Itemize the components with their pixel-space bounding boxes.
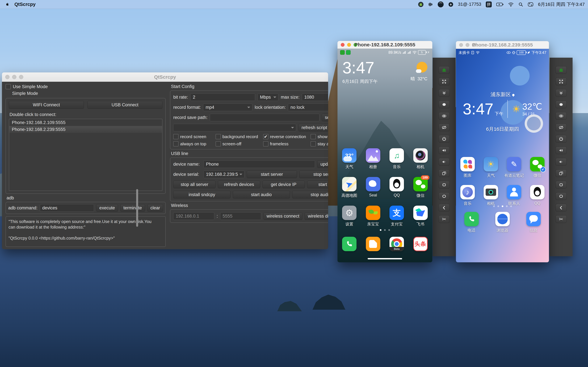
app-switch-button[interactable] xyxy=(439,169,450,177)
app-wechat[interactable]: ✔微信 xyxy=(527,157,547,178)
device-serial-select[interactable]: 192.168.2.239:5 xyxy=(203,171,244,178)
wifi-icon[interactable] xyxy=(508,2,514,7)
swirl-menu-icon[interactable]: ⌒ xyxy=(438,1,444,7)
phone-dock-icon[interactable] xyxy=(342,237,356,251)
phone1-titlebar[interactable]: Phone-192.168.2.109:5555 xyxy=(337,41,432,49)
qq-app-icon[interactable] xyxy=(530,185,545,199)
minimize-button[interactable] xyxy=(347,43,351,47)
stay-awake-checkbox[interactable] xyxy=(311,141,316,146)
app-music[interactable]: ♪音乐 xyxy=(458,185,477,206)
power-button[interactable] xyxy=(439,135,450,143)
volume-down-button[interactable] xyxy=(555,158,567,166)
screen-on-button[interactable] xyxy=(439,112,450,120)
wireless-port-input[interactable]: 5555 xyxy=(220,212,261,220)
browser-dock-icon[interactable] xyxy=(495,212,510,226)
menubar-clock[interactable]: 6月16日 周四 下午3:47 xyxy=(538,1,585,8)
full-screen-button[interactable] xyxy=(555,78,567,85)
app-alipay[interactable]: 支支付宝 xyxy=(387,206,406,227)
lock-orientation-select[interactable]: no lock xyxy=(288,104,328,111)
install-sndcpy-button[interactable]: install sndcpy xyxy=(173,191,230,198)
seal-app-icon[interactable] xyxy=(366,177,380,191)
wireless-disconnect-button[interactable]: wireless disconnect xyxy=(305,212,328,220)
chrome-beta-dock-icon[interactable]: Beta xyxy=(389,237,404,251)
stop-all-server-button[interactable]: stop all server xyxy=(173,181,216,188)
home-button[interactable] xyxy=(439,192,450,200)
app-amap[interactable]: ➤高德地图 xyxy=(339,177,359,198)
app-camera[interactable]: 相机 xyxy=(481,185,501,206)
qinbaobao-app-icon[interactable] xyxy=(366,206,380,220)
app-camera[interactable]: 相机 xyxy=(411,148,430,169)
volume-down-button[interactable] xyxy=(439,158,450,166)
close-button[interactable] xyxy=(5,75,9,79)
app-seal[interactable]: Seal xyxy=(363,177,383,198)
app-qq[interactable]: QQ xyxy=(387,177,406,198)
expand-notification-button[interactable] xyxy=(555,89,567,97)
stop-audio-button[interactable]: stop audio xyxy=(292,191,328,198)
app-music[interactable]: ♫音乐 xyxy=(387,148,406,169)
update-name-button[interactable]: update name xyxy=(317,160,328,168)
get-device-ip-button[interactable]: get device IP xyxy=(262,181,305,188)
device-list-item[interactable]: Phone-192.168.2.239:5555 xyxy=(9,126,162,133)
screen-off-button[interactable] xyxy=(555,124,567,131)
zoom-button[interactable] xyxy=(354,43,357,47)
floating-ball[interactable] xyxy=(525,114,543,133)
volume-up-button[interactable] xyxy=(439,146,450,154)
app-wechat[interactable]: 189微信 xyxy=(411,177,430,198)
app-qq[interactable]: QQ xyxy=(527,185,547,206)
toutiao-dock-icon[interactable]: 头条 xyxy=(413,237,428,251)
background-record-checkbox[interactable] xyxy=(216,134,221,139)
touch-screenshot-button[interactable] xyxy=(555,100,567,108)
stop-server-button[interactable]: stop server xyxy=(299,171,328,178)
wireless-ip-input[interactable]: 192.168.0.1 xyxy=(173,212,214,220)
expand-notification-button[interactable] xyxy=(439,89,450,97)
log-scrollbar[interactable] xyxy=(136,189,138,227)
back-button[interactable] xyxy=(439,204,450,211)
phone1-weather-widget[interactable]: 晴 32°C xyxy=(411,62,427,82)
messages-dock-icon[interactable] xyxy=(366,237,380,251)
phone2-screen[interactable]: 未插卡 100 下午3:47 浦东新区 3:47 下午 ☀ xyxy=(456,49,549,262)
dock-messages[interactable] xyxy=(363,237,383,251)
app-gallery[interactable]: 相册 xyxy=(363,148,383,169)
record-save-path-input[interactable] xyxy=(210,114,320,121)
full-screen-button[interactable] xyxy=(439,78,450,85)
start-server-button[interactable]: start server xyxy=(247,171,297,178)
phone1-screen[interactable]: 89.9K/s 5 ⚡ 3:47 6月16日 周四下午 晴 32°C 32°天气… xyxy=(337,49,432,262)
group-menu-button[interactable] xyxy=(555,66,567,74)
battery-icon[interactable] xyxy=(496,2,503,7)
wifi-connect-button[interactable]: WIFI Connect xyxy=(9,101,84,109)
bit-rate-unit-select[interactable]: Mbps xyxy=(257,93,278,101)
minimize-button[interactable] xyxy=(12,75,17,79)
script-select[interactable] xyxy=(173,124,296,131)
net-monitor-icon[interactable] xyxy=(448,2,453,7)
app-weather[interactable]: 32°天气 xyxy=(339,148,359,169)
screen-on-button[interactable] xyxy=(555,112,567,120)
phone-dock-icon[interactable] xyxy=(464,212,479,226)
record-screen-checkbox[interactable] xyxy=(173,134,179,139)
apple-menu-icon[interactable] xyxy=(5,2,9,7)
alipay-app-icon[interactable]: 支 xyxy=(389,206,404,220)
terminate-button[interactable]: terminate xyxy=(120,204,145,212)
app-feishu[interactable]: 飞书 xyxy=(411,206,430,227)
menu-square-button[interactable] xyxy=(555,181,567,189)
home-indicator[interactable] xyxy=(368,258,402,259)
contacts-app-icon[interactable] xyxy=(507,185,521,199)
youdao-note-app-icon[interactable]: ✎ xyxy=(507,157,521,171)
app-qinbaobao[interactable]: 亲宝宝 xyxy=(363,206,383,227)
execute-button[interactable]: execute xyxy=(96,204,118,212)
dock-chrome-beta[interactable]: Beta xyxy=(387,237,406,251)
stats-bars-icon[interactable] xyxy=(428,2,433,7)
phone2-titlebar[interactable]: Phone-192.168.2.239:5555 xyxy=(456,41,549,49)
spotlight-search-icon[interactable] xyxy=(518,2,523,7)
adb-command-input[interactable]: devices xyxy=(40,204,94,212)
menu-square-button[interactable] xyxy=(439,181,450,189)
close-button[interactable] xyxy=(459,43,463,47)
zoom-button[interactable] xyxy=(472,43,476,47)
app-gallery[interactable]: 图库 xyxy=(458,157,477,178)
device-name-input[interactable]: Phone xyxy=(203,160,315,168)
group-menu-button[interactable] xyxy=(439,66,450,74)
weather-app-icon[interactable]: 32° xyxy=(342,148,356,163)
app-weather[interactable]: ☀天气 xyxy=(481,157,501,178)
wechat-app-icon[interactable]: 189 xyxy=(413,177,428,191)
messages-dock-icon[interactable] xyxy=(526,212,541,226)
camera-app-icon[interactable] xyxy=(484,185,498,199)
